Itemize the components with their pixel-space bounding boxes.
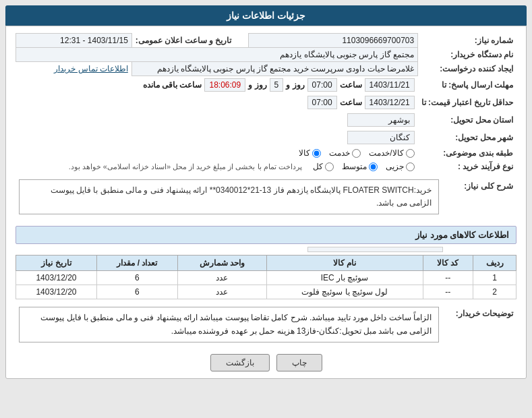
category-goods-value <box>307 247 442 252</box>
contact-link[interactable]: اطلاعات تماس خریدار <box>54 64 128 73</box>
col-index: ردیف <box>473 256 516 271</box>
need-number-value: 1103096669700703 <box>248 34 417 48</box>
remaining-hours-label: ساعت باقی مانده <box>143 80 202 90</box>
response-date: 1403/11/21 <box>365 78 415 92</box>
print-button[interactable]: چاپ <box>276 354 322 371</box>
purchase-desc: پرداخت تمام با بخشی از مبلغ خرید از محل … <box>69 162 302 171</box>
category-option-kala-khedmat: کالا/خدمت <box>369 148 403 158</box>
category-option-khedmat: خدمت <box>329 148 350 158</box>
items-table: ردیف کد کالا نام کالا واحد شمارش تعداد /… <box>16 255 516 299</box>
date-value: 1403/11/15 - 12:31 <box>16 34 132 48</box>
price-unit-label: ساعت <box>340 98 362 107</box>
category-goods-label <box>442 247 516 252</box>
requester-value: غلامرضا حیات داودی سرپرست خرید مجتمع گاز… <box>131 62 417 76</box>
button-row: چاپ بازگشت <box>16 354 516 371</box>
col-qty: تعداد / مقدار <box>96 256 177 271</box>
col-unit: واحد شمارش <box>177 256 266 271</box>
table-row: 2--لول سوئیچ یا سوئیچ فلوتعدد61403/12/20 <box>16 285 516 299</box>
city-label: شهر محل تحویل: <box>418 129 516 146</box>
category-label: طبقه بندی موضوعی: <box>418 146 516 160</box>
col-name: نام کالا <box>266 256 423 271</box>
category-radio-kala-khedmat[interactable] <box>406 149 415 158</box>
col-date: تاریخ نیاز <box>16 256 97 271</box>
province-label: استان محل تحویل: <box>418 111 516 129</box>
response-unit-label: ساعت <box>340 80 362 90</box>
purchase-type-radio-motavasset[interactable] <box>369 162 378 171</box>
purchase-type-option-kol: کل <box>313 162 323 171</box>
need-description-label: شرح کلی نیاز: <box>442 177 516 220</box>
city-value: کنگان <box>347 131 415 144</box>
price-time: 07:00 <box>307 96 337 109</box>
buyer-name-label: نام دستگاه خریدار: <box>418 48 516 62</box>
category-radio-kala[interactable] <box>312 149 321 158</box>
buyer-notes-label: توضیحات خریدار: <box>442 305 516 349</box>
category-radio-khedmat[interactable] <box>352 149 361 158</box>
back-button[interactable]: بازگشت <box>210 354 270 371</box>
response-remaining-label: روز و <box>248 80 266 90</box>
purchase-type-label: نوع فرآیند خرید : <box>418 160 516 173</box>
need-number-label: شماره نیاز: <box>418 34 516 48</box>
page-title: جزئیات اطلاعات نیاز <box>5 5 527 26</box>
need-description-box: خرید:FLOATER SWITCH پالایشگاه یازدهم فاز… <box>19 179 439 214</box>
response-time: 07:00 <box>307 78 337 92</box>
purchase-type-radio-group: جزیی متوسط کل <box>313 162 415 171</box>
purchase-type-option-motavasset: متوسط <box>342 162 367 171</box>
col-code: کد کالا <box>423 256 473 271</box>
purchase-type-option-jozi: جزیی <box>386 162 404 171</box>
purchase-type-radio-jozi[interactable] <box>406 162 415 171</box>
price-date: 1403/12/21 <box>365 96 415 109</box>
requester-label: ایجاد کننده درخواست: <box>418 62 516 76</box>
province-value: بوشهر <box>347 113 415 127</box>
purchase-type-radio-kol[interactable] <box>325 162 334 171</box>
items-section-title: اطلاعات کالاهای مورد نیاز <box>16 226 516 244</box>
category-option-kala: کالا <box>299 148 310 158</box>
category-radio-group: کالا/خدمت خدمت کالا <box>20 148 415 158</box>
response-day-label: روز و <box>286 80 304 90</box>
table-row: 1--سوئیچ بار IECعدد61403/12/20 <box>16 271 516 285</box>
date-label: تاریخ و ساعت اعلان عمومی: <box>131 34 235 48</box>
response-remaining: 5 <box>270 78 284 92</box>
buyer-notes-box: الزاماً ساخت داخل مورد تایید میباشد. شرح… <box>19 307 439 342</box>
buyer-name-value: مجتمع گاز پارس جنوبی پالایشگاه یازدهم <box>16 48 418 62</box>
response-remaining-time: 18:06:09 <box>204 78 245 92</box>
price-deadline-label: حداقل تاریخ اعتبار قیمت: تا <box>418 94 516 111</box>
response-deadline-label: مهلت ارسال پاسخ: تا <box>418 76 516 94</box>
